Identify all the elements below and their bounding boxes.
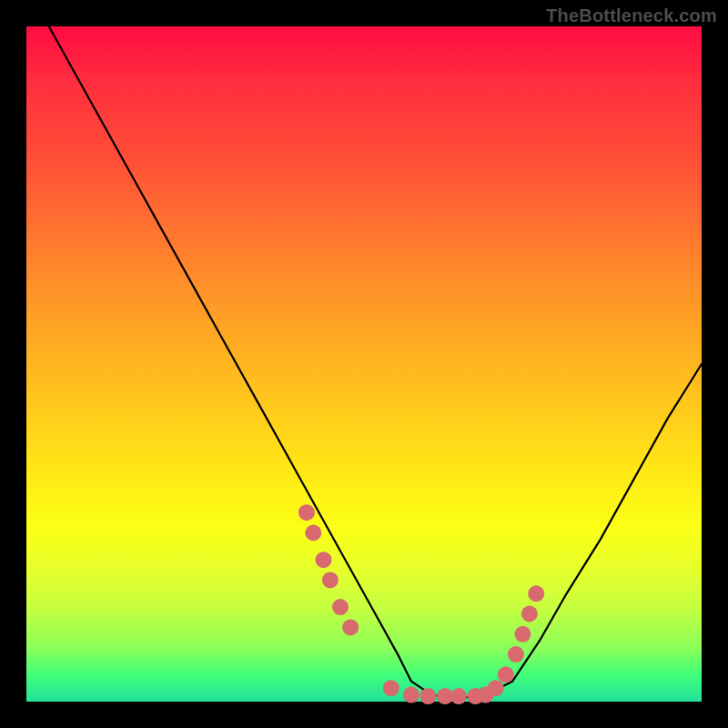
svg-point-4 [332, 599, 349, 615]
svg-point-0 [298, 504, 315, 521]
svg-point-3 [322, 571, 339, 588]
svg-point-1 [305, 525, 321, 541]
svg-point-13 [488, 680, 504, 696]
svg-point-2 [316, 551, 332, 568]
svg-point-6 [383, 680, 399, 696]
chart-svg [26, 26, 702, 702]
marker-dots [298, 504, 544, 704]
chart-container: TheBottleneck.com [0, 0, 728, 728]
svg-point-5 [342, 619, 359, 635]
svg-point-10 [450, 688, 467, 704]
bottleneck-curve [26, 0, 702, 698]
plot-area [26, 26, 702, 702]
svg-point-14 [498, 666, 514, 682]
svg-point-8 [420, 688, 437, 704]
svg-point-15 [508, 646, 524, 662]
svg-point-16 [514, 626, 531, 642]
watermark-text: TheBottleneck.com [546, 5, 717, 26]
svg-point-18 [528, 585, 544, 602]
svg-point-7 [403, 687, 420, 703]
svg-point-17 [521, 606, 538, 622]
